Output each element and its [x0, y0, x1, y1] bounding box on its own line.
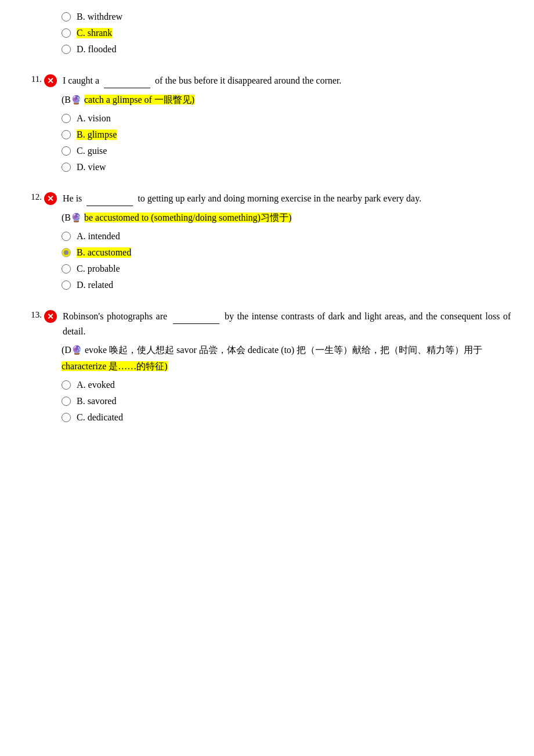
hint-emoji: 🔮: [71, 95, 82, 105]
radio-button[interactable]: [62, 397, 71, 406]
radio-button[interactable]: [62, 280, 71, 290]
question-number: 12.: [23, 191, 42, 202]
option-text: A. evoked: [77, 380, 115, 390]
question-13: 13. ✕ Robinson's photographs are by the …: [23, 309, 511, 423]
option-text: C. dedicated: [77, 412, 123, 423]
hint-text: catch a glimpse of 一眼瞥见): [84, 95, 194, 105]
question-header: 12. ✕ He is to getting up early and doin…: [23, 191, 511, 206]
question-number: 13.: [23, 309, 42, 320]
list-item[interactable]: A. intended: [62, 231, 511, 242]
hint-line: (B🔮 be accustomed to (something/doing so…: [62, 210, 511, 226]
option-text: C. shrank: [77, 28, 112, 38]
question-header: 13. ✕ Robinson's photographs are by the …: [23, 309, 511, 339]
option-text: A. intended: [77, 231, 120, 242]
list-item[interactable]: D. related: [62, 280, 511, 290]
option-text: B. glimpse: [77, 129, 117, 140]
list-item[interactable]: A. evoked: [62, 380, 511, 390]
radio-button[interactable]: [62, 380, 71, 390]
blank: [104, 88, 150, 88]
option-text: D. related: [77, 280, 113, 290]
hint-prefix: (D: [62, 345, 71, 355]
prev-question-options: B. withdrew C. shrank D. flooded: [23, 12, 511, 55]
radio-button[interactable]: [62, 413, 71, 422]
hint-prefix: (B: [62, 213, 71, 222]
hint-emoji: 🔮: [71, 213, 82, 222]
list-item[interactable]: C. shrank: [62, 28, 511, 38]
radio-button[interactable]: [62, 28, 71, 38]
question-12: 12. ✕ He is to getting up early and doin…: [23, 191, 511, 290]
option-text: B. savored: [77, 396, 116, 406]
list-item[interactable]: A. vision: [62, 113, 511, 124]
option-text: B. accustomed: [77, 247, 131, 258]
question-text: I caught a of the bus before it disappea…: [63, 73, 511, 88]
option-text: D. view: [77, 162, 106, 172]
radio-button[interactable]: [62, 264, 71, 273]
radio-button[interactable]: [62, 146, 71, 156]
options-list: A. evoked B. savored C. dedicated: [62, 380, 511, 423]
hint-text: be accustomed to (something/doing someth…: [84, 213, 291, 222]
question-text: Robinson's photographs are by the intens…: [63, 309, 511, 339]
radio-button[interactable]: [62, 12, 71, 21]
list-item[interactable]: C. probable: [62, 264, 511, 274]
radio-button[interactable]: [62, 248, 71, 257]
list-item[interactable]: D. flooded: [62, 44, 511, 55]
hint-text-plain: evoke 唤起，使人想起 savor 品尝，体会 dedicate (to) …: [82, 345, 482, 355]
hint-multiline: (D🔮 evoke 唤起，使人想起 savor 品尝，体会 dedicate (…: [62, 342, 511, 374]
list-item[interactable]: B. withdrew: [62, 12, 511, 22]
question-11: 11. ✕ I caught a of the bus before it di…: [23, 73, 511, 172]
option-text: C. probable: [77, 264, 120, 274]
blank: [173, 323, 219, 324]
question-number: 11.: [23, 73, 42, 84]
list-item[interactable]: C. guise: [62, 146, 511, 156]
radio-button[interactable]: [62, 232, 71, 241]
radio-button[interactable]: [62, 114, 71, 123]
option-text: B. withdrew: [77, 12, 122, 22]
options-list: A. intended B. accustomed C. probable D.…: [62, 231, 511, 290]
radio-button[interactable]: [62, 45, 71, 54]
list-item[interactable]: C. dedicated: [62, 412, 511, 423]
blank: [86, 206, 133, 206]
option-text: A. vision: [77, 113, 111, 124]
question-text: He is to getting up early and doing morn…: [63, 191, 511, 206]
radio-button[interactable]: [62, 163, 71, 172]
hint-line: (B🔮 catch a glimpse of 一眼瞥见): [62, 92, 511, 108]
list-item[interactable]: D. view: [62, 162, 511, 172]
option-text: D. flooded: [77, 44, 116, 55]
wrong-icon: ✕: [44, 74, 57, 87]
options-list: A. vision B. glimpse C. guise D. view: [62, 113, 511, 172]
hint-emoji: 🔮: [71, 345, 82, 355]
option-text: C. guise: [77, 146, 107, 156]
hint-highlight-text: characterize 是……的特征): [62, 361, 168, 371]
list-item[interactable]: B. glimpse: [62, 129, 511, 140]
radio-button[interactable]: [62, 130, 71, 139]
hint-prefix: (B: [62, 95, 71, 105]
question-header: 11. ✕ I caught a of the bus before it di…: [23, 73, 511, 88]
list-item[interactable]: B. accustomed: [62, 247, 511, 258]
wrong-icon: ✕: [44, 192, 57, 205]
list-item[interactable]: B. savored: [62, 396, 511, 406]
wrong-icon: ✕: [44, 310, 57, 323]
options-list: B. withdrew C. shrank D. flooded: [62, 12, 511, 55]
